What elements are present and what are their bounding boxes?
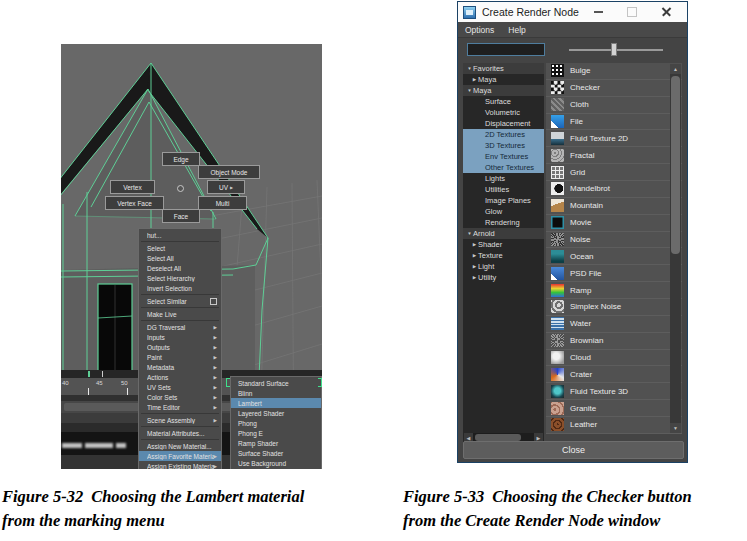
context-menu-item[interactable]: Deselect All xyxy=(139,263,221,273)
context-menu-item[interactable] xyxy=(141,307,219,308)
texture-item[interactable]: Crater xyxy=(546,366,682,383)
context-menu-item[interactable]: Select Hierarchy xyxy=(139,273,221,283)
context-menu-item[interactable]: Time Editor xyxy=(139,402,221,412)
marking-menu-uv[interactable]: UV▶ xyxy=(207,180,245,194)
texture-item[interactable]: Water xyxy=(546,316,682,333)
expand-arrow-icon[interactable]: ▶ xyxy=(471,264,478,269)
sidebar-item[interactable]: 3D Textures xyxy=(463,140,544,151)
context-menu-item[interactable]: Color Sets xyxy=(139,392,221,402)
texture-item[interactable]: Granite xyxy=(546,400,682,417)
sidebar-item[interactable]: ▶ Texture xyxy=(463,250,544,261)
marking-menu-face[interactable]: Face xyxy=(162,209,200,223)
context-menu-item[interactable]: Select Similar xyxy=(139,296,221,306)
sidebar-item[interactable]: Utilities xyxy=(463,184,544,195)
context-menu-item[interactable]: Assign Favorite Material xyxy=(139,451,221,461)
context-menu-item[interactable]: DG Traversal xyxy=(139,322,221,332)
expand-arrow-icon[interactable]: ▶ xyxy=(471,275,478,280)
context-menu-item[interactable]: Select All xyxy=(139,253,221,263)
texture-item[interactable]: Mandelbrot xyxy=(546,181,682,198)
submenu-item[interactable]: Lambert xyxy=(231,398,321,408)
sidebar-item[interactable]: ▶ Utility xyxy=(463,272,544,283)
texture-item[interactable]: File xyxy=(546,114,682,131)
texture-item[interactable]: Grid xyxy=(546,164,682,181)
sidebar-item[interactable]: ▶ Shader xyxy=(463,239,544,250)
sidebar-item[interactable]: 2D Textures xyxy=(463,129,544,140)
texture-item[interactable]: Ocean xyxy=(546,248,682,265)
submenu-item[interactable]: Phong xyxy=(231,418,321,428)
slider-handle[interactable] xyxy=(611,43,617,56)
expand-arrow-icon[interactable]: ▶ xyxy=(471,77,478,82)
context-menu-item[interactable] xyxy=(141,413,219,414)
marking-menu-object-mode[interactable]: Object Mode xyxy=(198,165,260,179)
texture-item[interactable]: PSD File xyxy=(546,265,682,282)
texture-item[interactable]: Noise xyxy=(546,232,682,249)
context-menu-item[interactable]: Assign Existing Material xyxy=(139,461,221,469)
sidebar-item[interactable]: ▼ Maya xyxy=(463,85,544,96)
sidebar-item[interactable]: ▶ Maya xyxy=(463,74,544,85)
context-menu-item[interactable]: hut... xyxy=(139,230,221,240)
sidebar-item[interactable]: Rendering xyxy=(463,217,544,228)
context-menu-item[interactable]: Actions xyxy=(139,372,221,382)
submenu-item[interactable]: Standard Surface xyxy=(231,378,321,388)
sidebar-item[interactable]: Displacement xyxy=(463,118,544,129)
texture-item[interactable]: Mountain xyxy=(546,198,682,215)
expand-arrow-icon[interactable]: ▼ xyxy=(466,231,473,236)
sidebar-item[interactable]: ▼ Arnold xyxy=(463,228,544,239)
hscroll-thumb[interactable] xyxy=(475,434,521,441)
context-menu-item[interactable]: Invert Selection xyxy=(139,283,221,293)
texture-item[interactable]: Fluid Texture 3D xyxy=(546,383,682,400)
texture-item[interactable]: Movie xyxy=(546,215,682,232)
texture-item[interactable]: Cloth xyxy=(546,97,682,114)
context-menu-item[interactable]: Outputs xyxy=(139,342,221,352)
search-input[interactable] xyxy=(467,43,545,56)
context-menu-item[interactable]: Metadata xyxy=(139,362,221,372)
minimize-icon[interactable] xyxy=(585,2,611,22)
marking-menu-vertex-face[interactable]: Vertex Face xyxy=(105,196,164,210)
marking-menu-multi[interactable]: Multi xyxy=(198,196,247,210)
context-menu-item[interactable] xyxy=(141,439,219,440)
sidebar-item[interactable]: ▶ Light xyxy=(463,261,544,272)
close-button[interactable]: Close xyxy=(463,441,684,459)
texture-item[interactable]: Brownian xyxy=(546,333,682,350)
submenu-item[interactable]: Use Background xyxy=(231,458,321,468)
context-menu-item[interactable]: Scene Assembly xyxy=(139,415,221,425)
expand-arrow-icon[interactable]: ▶ xyxy=(471,253,478,258)
context-menu-item[interactable] xyxy=(141,294,219,295)
submenu-item[interactable]: Surface Shader xyxy=(231,448,321,458)
context-menu-item[interactable]: Inputs xyxy=(139,332,221,342)
expand-arrow-icon[interactable]: ▼ xyxy=(466,66,473,71)
submenu-item[interactable]: Blinn xyxy=(231,388,321,398)
context-menu-item[interactable]: UV Sets xyxy=(139,382,221,392)
context-menu-item[interactable]: Paint xyxy=(139,352,221,362)
submenu-item[interactable]: Ramp Shader xyxy=(231,438,321,448)
submenu-item[interactable]: Layered Shader xyxy=(231,408,321,418)
maya-viewport[interactable]: 40 45 50 Edge Object Mode Vertex UV▶ Ver… xyxy=(61,44,322,469)
menu-help[interactable]: Help xyxy=(508,25,525,35)
texture-item[interactable]: Bulge xyxy=(546,63,682,80)
texture-item[interactable]: Leather xyxy=(546,417,682,434)
sidebar-item[interactable]: Surface xyxy=(463,96,544,107)
texture-item[interactable]: Simplex Noise xyxy=(546,299,682,316)
marking-menu-edge[interactable]: Edge xyxy=(162,152,200,166)
texture-item[interactable]: Fractal xyxy=(546,147,682,164)
texture-item[interactable]: Ramp xyxy=(546,282,682,299)
context-menu-item[interactable]: Assign New Material... xyxy=(139,441,221,451)
scroll-up-icon[interactable]: ▲ xyxy=(670,64,681,74)
sidebar-item[interactable]: Volumetric xyxy=(463,107,544,118)
close-icon[interactable] xyxy=(653,2,679,22)
sidebar-item[interactable]: ▼ Favorites xyxy=(463,63,544,74)
sidebar-item[interactable]: Lights xyxy=(463,173,544,184)
sidebar-item[interactable]: Glow xyxy=(463,206,544,217)
menu-options[interactable]: Options xyxy=(465,25,494,35)
context-menu-item[interactable]: Make Live xyxy=(139,309,221,319)
expand-arrow-icon[interactable]: ▶ xyxy=(471,242,478,247)
sidebar-item[interactable]: Image Planes xyxy=(463,195,544,206)
context-menu-item[interactable]: Select xyxy=(139,243,221,253)
texture-item[interactable]: Fluid Texture 2D xyxy=(546,130,682,147)
sidebar-item[interactable]: Env Textures xyxy=(463,151,544,162)
sidebar-item[interactable]: Other Textures xyxy=(463,162,544,173)
context-menu-item[interactable] xyxy=(141,426,219,427)
maximize-icon[interactable] xyxy=(619,2,645,22)
context-menu-item[interactable] xyxy=(141,241,219,242)
texture-item[interactable]: Cloud xyxy=(546,350,682,367)
